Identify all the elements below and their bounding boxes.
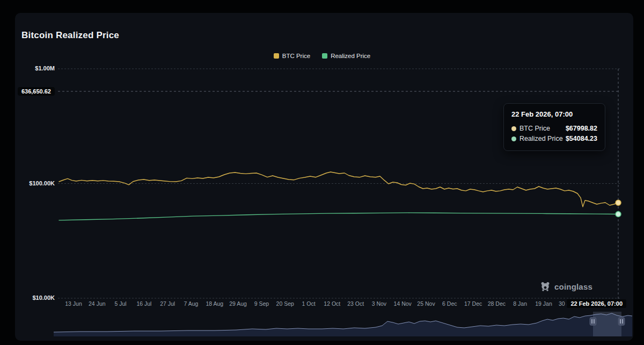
x-axis-label: 8 Jan — [513, 300, 527, 307]
navigator-handle-right[interactable] — [618, 317, 625, 326]
y-axis-label: $100.00K — [20, 180, 55, 186]
chart-title: Bitcoin Realized Price — [21, 30, 119, 41]
y-axis-label: $1.00M — [20, 65, 55, 71]
x-axis-label: 19 Jan — [535, 300, 552, 307]
crosshair-x-badge: 22 Feb 2026, 07:00 — [567, 299, 626, 308]
x-axis-label: 14 Nov — [394, 300, 412, 307]
crosshair-y-badge: 636,650.62 — [18, 87, 55, 96]
coinglass-bear-icon — [540, 281, 551, 292]
legend-label: BTC Price — [282, 53, 310, 59]
tooltip-series-value: $54084.23 — [566, 134, 597, 144]
x-axis-label: 17 Dec — [464, 300, 482, 307]
x-axis-label: 27 Jul — [160, 300, 175, 307]
x-axis-label: 24 Jun — [89, 300, 106, 307]
coinglass-watermark-label: coinglass — [554, 282, 592, 291]
y-axis-label: $10.00K — [20, 294, 55, 301]
x-axis-label: 18 Aug — [206, 300, 223, 307]
x-axis-label: 12 Oct — [324, 300, 340, 307]
x-axis-label: 7 Aug — [184, 300, 199, 307]
tooltip-series-label: Realized Price — [519, 134, 563, 144]
tooltip-rows: BTC Price$67998.82Realized Price$54084.2… — [511, 124, 597, 144]
series-dot-icon — [511, 136, 516, 141]
x-axis-label: 1 Oct — [302, 300, 315, 307]
series-dot-icon — [511, 126, 516, 131]
legend-label: Realized Price — [331, 53, 370, 59]
tooltip-date: 22 Feb 2026, 07:00 — [511, 110, 597, 118]
x-axis-label: 13 Jun — [65, 300, 82, 307]
x-axis-label: 6 Dec — [442, 300, 457, 307]
legend-item-realized-price[interactable]: Realized Price — [322, 53, 370, 59]
x-axis-label: 3 Nov — [372, 300, 386, 307]
coinglass-watermark: coinglass — [540, 281, 592, 292]
tooltip-series-value: $67998.82 — [566, 124, 597, 134]
x-axis-label: 20 Sep — [276, 300, 294, 307]
x-axis-label: 16 Jul — [136, 300, 151, 307]
page-background: Bitcoin Realized Price BTC PriceRealized… — [0, 0, 644, 345]
x-axis-label: 9 Sep — [254, 300, 269, 307]
x-axis-label: 29 Aug — [229, 300, 247, 307]
legend-swatch-icon — [274, 53, 279, 59]
legend-swatch-icon — [322, 53, 327, 59]
tooltip-row: BTC Price$67998.82 — [511, 124, 597, 134]
x-axis-label: 28 Dec — [488, 300, 506, 307]
navigator-selection-window[interactable] — [593, 312, 621, 336]
tooltip-row: Realized Price$54084.23 — [511, 134, 597, 144]
legend-item-btc-price[interactable]: BTC Price — [274, 53, 310, 59]
chart-tooltip: 22 Feb 2026, 07:00 BTC Price$67998.82Rea… — [503, 103, 605, 151]
navigator-handle-left[interactable] — [590, 317, 597, 326]
x-axis-label: 23 Oct — [347, 300, 364, 307]
x-axis-label: 5 Jul — [115, 300, 127, 307]
chart-legend: BTC PriceRealized Price — [0, 53, 644, 59]
tooltip-series-label: BTC Price — [519, 124, 550, 134]
x-axis-label: 25 Nov — [417, 300, 435, 307]
